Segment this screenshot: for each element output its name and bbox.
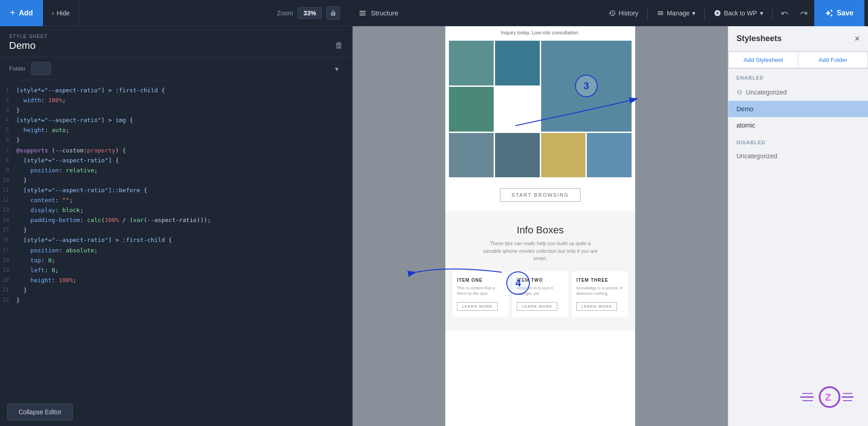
canvas-area: Inquiry today. Low-risk consultation. 3: [353, 26, 728, 426]
folder-label: Folder: [9, 65, 26, 72]
right-panel-actions: Add Stylesheet Add Folder: [728, 52, 868, 69]
left-panel: STYLE SHEET Demo 🗑 Folder 1 [style*="--a…: [0, 26, 353, 426]
learn-more-btn-2[interactable]: LEARN MORE: [517, 302, 557, 311]
browse-button-wrap: START BROWSING: [445, 179, 635, 211]
info-box-1: ITEM ONE This is content that is there b…: [453, 271, 509, 317]
demo-stylesheet-item[interactable]: Demo: [728, 101, 868, 117]
back-to-wp-button[interactable]: Back to WP ▾: [708, 6, 768, 20]
gallery-cell-8: [587, 133, 632, 178]
code-line-3: 3 }: [0, 105, 352, 115]
gallery-cell-1: [449, 41, 494, 85]
gallery-cell-3: 3: [541, 41, 632, 132]
canvas-top-text: Inquiry today. Low-risk consultation.: [445, 26, 635, 39]
code-line-7: 7 @supports (--custom:property) {: [0, 146, 352, 156]
code-editor[interactable]: 1 [style*="--aspect-ratio"] > :first-chi…: [0, 80, 352, 398]
disabled-section-label: DISABLED: [728, 133, 868, 148]
code-line-1: 1 [style*="--aspect-ratio"] > :first-chi…: [0, 85, 352, 95]
manage-button[interactable]: Manage ▾: [651, 6, 701, 20]
gallery-cell-2: [495, 41, 540, 85]
info-boxes-grid: ITEM ONE This is content that is there b…: [453, 271, 628, 317]
zoom-group: Zoom 33%: [277, 6, 340, 20]
code-line-12: 12 content: "";: [0, 195, 352, 205]
disabled-uncategorized-item[interactable]: Uncategorized: [728, 148, 868, 164]
annotation-3: 3: [575, 75, 598, 97]
code-line-20: 20 height: 100%;: [0, 275, 352, 285]
gallery-cell-7: [541, 133, 586, 178]
stylesheets-panel: Stylesheets × Add Stylesheet Add Folder …: [728, 26, 868, 426]
code-line-2: 2 width: 100%;: [0, 95, 352, 105]
code-line-13: 13 display: block;: [0, 205, 352, 215]
delete-stylesheet-button[interactable]: 🗑: [335, 41, 343, 50]
enabled-section-label: ENABLED: [728, 69, 868, 83]
gallery-cell-5: [449, 133, 494, 178]
stylesheets-panel-body: ENABLED ⊖ Uncategorized Demo atomic DISA…: [728, 69, 868, 426]
folder-select[interactable]: [31, 62, 51, 75]
annotation-4: 4: [506, 271, 530, 295]
code-line-21: 21 }: [0, 285, 352, 295]
main-layout: STYLE SHEET Demo 🗑 Folder 1 [style*="--a…: [0, 26, 868, 426]
minus-icon: ⊖: [736, 88, 742, 96]
code-line-4: 4 [style*="--aspect-ratio"] > img {: [0, 115, 352, 125]
code-line-19: 19 left: 0;: [0, 265, 352, 275]
enabled-uncategorized-item[interactable]: ⊖ Uncategorized: [728, 83, 868, 101]
chevron-left-icon: ‹: [52, 9, 54, 17]
gallery-cell-6: [495, 133, 540, 178]
gallery-cell-4: [449, 87, 494, 132]
manage-chevron-icon: ▾: [692, 9, 695, 17]
toolbar-right: History Manage ▾ Back to WP ▾ Save: [603, 0, 868, 26]
add-folder-button[interactable]: Add Folder: [798, 52, 868, 68]
code-line-16: 16 [style*="--aspect-ratio"] > :first-ch…: [0, 235, 352, 245]
code-line-17: 17 position: absolute;: [0, 246, 352, 256]
save-button[interactable]: Save: [814, 0, 864, 26]
code-line-8: 8 [style*="--aspect-ratio"] {: [0, 156, 352, 166]
redo-button[interactable]: [795, 5, 812, 22]
info-boxes-desc: These tips can really help you build up …: [481, 240, 599, 262]
toolbar-center: Zoom 33% Structure: [79, 5, 603, 21]
atomic-stylesheet-item[interactable]: atomic: [728, 117, 868, 133]
toolbar: + Add ‹ Hide Zoom 33% Structure History …: [0, 0, 868, 26]
canvas-frame: Inquiry today. Low-risk consultation. 3: [445, 26, 635, 426]
collapse-editor-button[interactable]: Collapse Editor: [7, 403, 73, 421]
folder-select-wrapper: [31, 62, 343, 75]
lock-button[interactable]: [326, 6, 340, 20]
stylesheet-name: Demo: [9, 40, 36, 52]
zoom-value[interactable]: 33%: [297, 7, 322, 19]
info-box-3: ITEM THREE Knowledge is a service. It de…: [572, 271, 628, 317]
start-browsing-button[interactable]: START BROWSING: [500, 188, 580, 202]
code-line-15: 15 }: [0, 225, 352, 235]
info-boxes-title: Info Boxes: [453, 224, 628, 236]
info-boxes-section: Info Boxes These tips can really help yo…: [445, 211, 635, 331]
code-line-9: 9 position: relative;: [0, 166, 352, 175]
add-button[interactable]: + Add: [0, 0, 43, 26]
close-panel-button[interactable]: ×: [854, 33, 860, 44]
plus-icon: +: [10, 8, 15, 18]
learn-more-btn-1[interactable]: LEARN MORE: [457, 302, 498, 311]
undo-button[interactable]: [776, 5, 793, 22]
code-line-18: 18 top: 0;: [0, 256, 352, 265]
code-line-10: 10 }: [0, 175, 352, 185]
code-line-5: 5 height: auto;: [0, 125, 352, 135]
stylesheets-panel-title: Stylesheets: [736, 34, 782, 43]
structure-button[interactable]: Structure: [351, 5, 406, 21]
code-line-14: 14 padding-bottom: calc(100% / (var(--as…: [0, 215, 352, 225]
back-to-wp-chevron-icon: ▾: [760, 9, 763, 17]
stylesheet-header: STYLE SHEET Demo 🗑: [0, 26, 352, 57]
code-line-11: 11 [style*="--aspect-ratio"]::before {: [0, 185, 352, 195]
code-line-6: 6 }: [0, 135, 352, 145]
code-line-22: 22 }: [0, 295, 352, 305]
stylesheet-section-label: STYLE SHEET: [9, 33, 343, 39]
history-button[interactable]: History: [603, 6, 644, 20]
learn-more-btn-3[interactable]: LEARN MORE: [576, 302, 617, 311]
hide-button[interactable]: ‹ Hide: [43, 0, 79, 26]
add-stylesheet-button[interactable]: Add Stylesheet: [728, 52, 798, 68]
stylesheets-panel-header: Stylesheets ×: [728, 26, 868, 52]
